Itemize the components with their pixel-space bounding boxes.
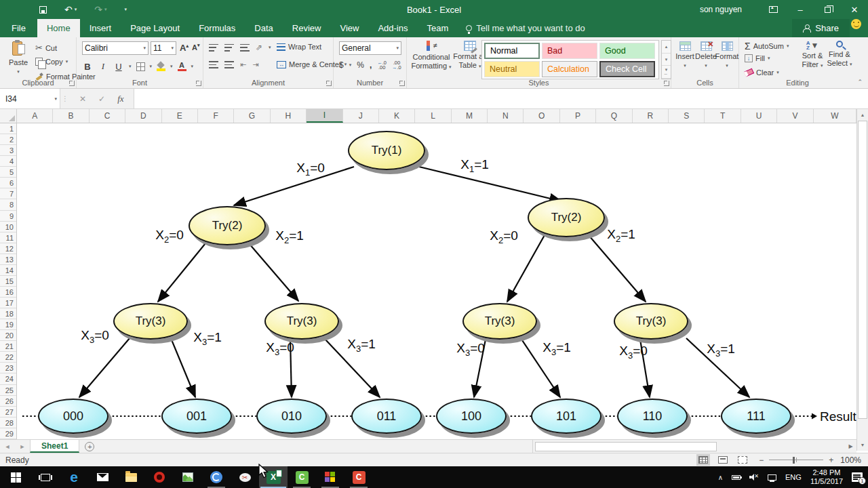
vertical-scroll-thumb[interactable]	[858, 121, 867, 419]
cheatengine-taskbar-button[interactable]: C	[288, 466, 316, 488]
formula-bar-splitter[interactable]: ⋮	[60, 89, 70, 108]
file-explorer-taskbar-button[interactable]	[117, 466, 145, 488]
network-icon[interactable]	[768, 474, 776, 481]
row-header-23[interactable]: 23	[0, 363, 16, 373]
fill-color-caret[interactable]: ▾	[170, 64, 173, 69]
alignment-dialog-launcher-icon[interactable]	[326, 81, 332, 86]
mail-taskbar-button[interactable]	[88, 466, 117, 488]
font-name-combo[interactable]: Calibri▾	[82, 41, 149, 55]
start-taskbar-button[interactable]	[0, 466, 31, 488]
scroll-right-icon[interactable]: ▶	[845, 443, 856, 449]
column-header-G[interactable]: G	[234, 109, 270, 123]
column-header-C[interactable]: C	[90, 109, 125, 123]
shrink-font-icon[interactable]: A▾	[192, 43, 199, 52]
styles-dialog-launcher-icon[interactable]	[664, 81, 669, 86]
row-header-21[interactable]: 21	[0, 341, 16, 352]
ribbon-tab-file[interactable]: File	[0, 19, 37, 37]
row-header-4[interactable]: 4	[0, 156, 16, 167]
column-header-B[interactable]: B	[53, 109, 89, 123]
zoom-out-icon[interactable]: −	[759, 455, 764, 465]
snipping-tool-taskbar-button[interactable]: ✂	[231, 466, 259, 488]
cell-style-normal[interactable]: Normal	[484, 43, 540, 59]
font-color-icon[interactable]: A	[178, 62, 186, 71]
zoom-in-icon[interactable]: +	[829, 455, 833, 465]
hidden-icons-chevron-icon[interactable]: ∧	[718, 474, 723, 481]
customize-qat-icon[interactable]: ▾	[125, 7, 127, 12]
share-button[interactable]: Share	[792, 19, 850, 37]
grow-font-icon[interactable]: A▴	[180, 43, 189, 53]
ribbon-tab-view[interactable]: View	[330, 19, 368, 37]
cell-style-check-cell[interactable]: Check Cell	[599, 61, 655, 77]
column-header-N[interactable]: N	[488, 109, 524, 123]
fill-button[interactable]: ↓Fill▾	[745, 54, 770, 62]
decrease-decimal-icon[interactable]: .00→.0	[392, 60, 401, 70]
number-format-combo[interactable]: General▾	[339, 41, 401, 55]
increase-indent-icon[interactable]: ⇥	[252, 60, 258, 69]
redo-icon[interactable]: ↷▾	[94, 4, 106, 15]
column-header-F[interactable]: F	[198, 109, 234, 123]
scroll-down-icon[interactable]: ▼	[857, 439, 868, 451]
underline-button[interactable]: U	[113, 60, 124, 73]
font-size-combo[interactable]: 11▾	[151, 41, 176, 55]
column-header-R[interactable]: R	[633, 109, 669, 123]
ribbon-tab-formulas[interactable]: Formulas	[189, 19, 245, 37]
conditional-formatting-button[interactable]: ConditionalFormatting ▾	[410, 41, 452, 71]
row-header-9[interactable]: 9	[0, 211, 16, 222]
row-header-7[interactable]: 7	[0, 188, 16, 199]
garena-taskbar-button[interactable]	[145, 466, 174, 488]
row-header-3[interactable]: 3	[0, 145, 16, 156]
row-header-22[interactable]: 22	[0, 352, 16, 363]
feedback-smiley-icon[interactable]	[851, 19, 861, 29]
gallery-more-icon[interactable]: ▼─	[662, 66, 671, 79]
row-header-28[interactable]: 28	[0, 418, 16, 428]
vertical-scrollbar[interactable]: ▲ ▼	[856, 109, 868, 451]
action-center-icon[interactable]: 1	[852, 472, 863, 482]
gallery-down-icon[interactable]: ▼	[662, 54, 671, 66]
cell-style-good[interactable]: Good	[599, 43, 655, 59]
row-header-10[interactable]: 10	[0, 222, 16, 232]
ribbon-tab-team[interactable]: Team	[417, 19, 458, 37]
column-header-L[interactable]: L	[415, 109, 451, 123]
number-dialog-launcher-icon[interactable]	[399, 81, 405, 86]
row-header-15[interactable]: 15	[0, 276, 16, 287]
camtasia-taskbar-button[interactable]: C	[344, 466, 373, 488]
normal-view-button[interactable]	[696, 454, 710, 466]
zoom-level[interactable]: 100%	[840, 455, 861, 465]
clock[interactable]: 2:48 PM11/5/2017	[810, 468, 843, 486]
comma-style-icon[interactable]: ,	[370, 60, 372, 70]
column-header-E[interactable]: E	[162, 109, 198, 123]
zoom-slider[interactable]	[769, 460, 823, 460]
row-header-16[interactable]: 16	[0, 287, 16, 298]
wrap-text-button[interactable]: Wrap Text	[277, 43, 321, 51]
row-header-11[interactable]: 11	[0, 232, 16, 243]
column-header-A[interactable]: A	[17, 109, 53, 123]
column-header-T[interactable]: T	[705, 109, 741, 123]
name-box[interactable]: I34▾	[0, 89, 60, 108]
row-header-25[interactable]: 25	[0, 385, 16, 396]
column-header-P[interactable]: P	[560, 109, 596, 123]
page-break-view-button[interactable]	[736, 454, 749, 466]
decrease-indent-icon[interactable]: ⇤	[240, 60, 246, 69]
borders-caret[interactable]: ▾	[150, 64, 153, 69]
horizontal-scroll-thumb[interactable]	[535, 442, 717, 451]
fill-color-icon[interactable]	[157, 62, 165, 71]
enter-formula-icon[interactable]: ✓	[98, 94, 105, 104]
ribbon-tab-home[interactable]: Home	[37, 19, 80, 37]
align-center-icon[interactable]	[224, 61, 234, 68]
language-indicator[interactable]: ENG	[785, 473, 802, 481]
find-select-button[interactable]: Find &Select ▾	[826, 41, 853, 68]
excel-taskbar-button[interactable]: X	[259, 466, 288, 488]
column-header-W[interactable]: W	[814, 109, 856, 123]
column-header-U[interactable]: U	[741, 109, 777, 123]
battery-icon[interactable]	[732, 475, 741, 480]
gallery-up-icon[interactable]: ▲	[662, 41, 671, 54]
column-header-H[interactable]: H	[271, 109, 307, 123]
insert-function-icon[interactable]: fx	[117, 94, 123, 104]
tell-me-box[interactable]: Tell me what you want to do	[458, 19, 585, 37]
photos-taskbar-button[interactable]	[174, 466, 202, 488]
row-header-27[interactable]: 27	[0, 407, 16, 418]
borders-icon[interactable]	[136, 62, 145, 71]
row-header-12[interactable]: 12	[0, 243, 16, 254]
paste-button[interactable]: Paste▾	[4, 41, 33, 76]
colorpicker-taskbar-button[interactable]	[316, 466, 344, 488]
